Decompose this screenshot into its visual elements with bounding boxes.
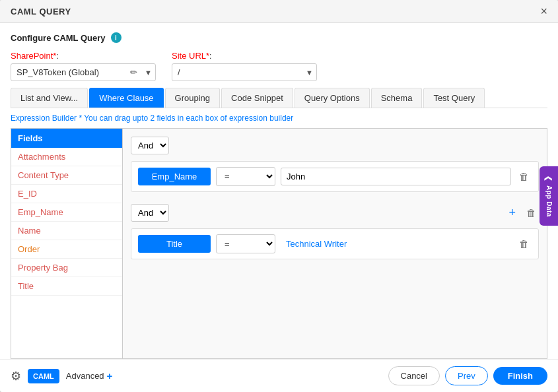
value-text-2: Technical Writer — [281, 236, 511, 252]
content-area: Fields Attachments Content Type E_ID Emp… — [11, 128, 547, 359]
page-title: Configure CAML Query i — [11, 32, 547, 43]
footer-right: Cancel Prev Finish — [388, 366, 547, 385]
value-input-1[interactable] — [281, 168, 511, 185]
app-data-sidebar[interactable]: ❮ App Data — [540, 166, 558, 226]
builder-panel: And Or Emp_Name = != < > 🗑 — [123, 128, 547, 359]
field-item-eid[interactable]: E_ID — [11, 185, 122, 203]
modal-footer: ⚙ CAML Advanced + Cancel Prev Finish — [0, 359, 558, 392]
app-data-label: App Data — [545, 185, 553, 217]
edit-icon[interactable]: ✏ — [130, 67, 137, 77]
finish-button[interactable]: Finish — [493, 367, 547, 385]
delete-btn-1[interactable]: 🗑 — [516, 170, 532, 183]
tab-schema[interactable]: Schema — [371, 88, 423, 108]
field-item-content-type[interactable]: Content Type — [11, 166, 122, 185]
footer-left: ⚙ CAML Advanced + — [11, 369, 112, 383]
fields-header: Fields — [11, 129, 122, 148]
sharepoint-label: SharePoint*: — [11, 51, 156, 61]
field-tag-empname[interactable]: Emp_Name — [138, 168, 211, 185]
close-button[interactable]: × — [540, 5, 547, 17]
tab-code-snippet[interactable]: Code Snippet — [221, 88, 293, 108]
field-item-title[interactable]: Title — [11, 277, 122, 296]
field-tag-title[interactable]: Title — [138, 235, 211, 253]
gear-icon-btn[interactable]: ⚙ — [11, 369, 21, 383]
and-select-1[interactable]: And Or — [131, 137, 169, 154]
operator-select-1[interactable]: = != < > — [216, 167, 275, 186]
add-condition-btn[interactable]: + — [506, 205, 518, 221]
tab-list-view[interactable]: List and View... — [11, 88, 88, 108]
siteurl-select[interactable]: / — [172, 63, 317, 81]
expression-row-1: Emp_Name = != < > 🗑 — [131, 161, 539, 192]
modal-body: Configure CAML Query i SharePoint*: SP_V… — [0, 23, 558, 359]
modal-title: CAML QUERY — [11, 7, 71, 16]
sharepoint-select-wrapper: SP_V8Token (Global) ✏ ▼ — [11, 63, 156, 81]
field-item-name[interactable]: Name — [11, 222, 122, 240]
tab-grouping[interactable]: Grouping — [165, 88, 220, 108]
prev-button[interactable]: Prev — [445, 366, 488, 385]
fields-panel: Fields Attachments Content Type E_ID Emp… — [11, 128, 123, 359]
delete-group-btn[interactable]: 🗑 — [524, 206, 539, 220]
delete-btn-2[interactable]: 🗑 — [516, 237, 532, 251]
field-item-empname[interactable]: Emp_Name — [11, 203, 122, 222]
tab-query-options[interactable]: Query Options — [295, 88, 370, 108]
siteurl-label: Site URL*: — [172, 51, 317, 61]
field-item-property-bag[interactable]: Property Bag — [11, 259, 122, 277]
expression-hint: Expression Builder * You can drag upto 2… — [11, 114, 547, 123]
and-select-row-1: And Or — [131, 137, 539, 154]
tab-test-query[interactable]: Test Query — [423, 88, 485, 108]
modal-header: CAML QUERY × — [0, 0, 558, 23]
siteurl-select-wrapper: / ▼ — [172, 63, 317, 81]
caml-icon-btn[interactable]: CAML — [28, 369, 59, 383]
cancel-button[interactable]: Cancel — [388, 366, 440, 385]
and-select-2[interactable]: And Or — [131, 204, 169, 222]
info-icon[interactable]: i — [111, 32, 122, 43]
tabs-bar: List and View... Where Clause Grouping C… — [11, 88, 547, 108]
form-row: SharePoint*: SP_V8Token (Global) ✏ ▼ Sit… — [11, 51, 547, 81]
expression-row-2: Title = != Technical Writer 🗑 — [131, 228, 539, 259]
field-item-attachments[interactable]: Attachments — [11, 148, 122, 166]
sharepoint-group: SharePoint*: SP_V8Token (Global) ✏ ▼ — [11, 51, 156, 81]
siteurl-group: Site URL*: / ▼ — [172, 51, 317, 81]
advanced-btn[interactable]: Advanced + — [66, 370, 113, 381]
tab-where-clause[interactable]: Where Clause — [89, 88, 163, 108]
app-data-arrow: ❮ — [545, 176, 553, 181]
field-item-order[interactable]: Order — [11, 240, 122, 259]
operator-select-2[interactable]: = != — [216, 234, 275, 253]
